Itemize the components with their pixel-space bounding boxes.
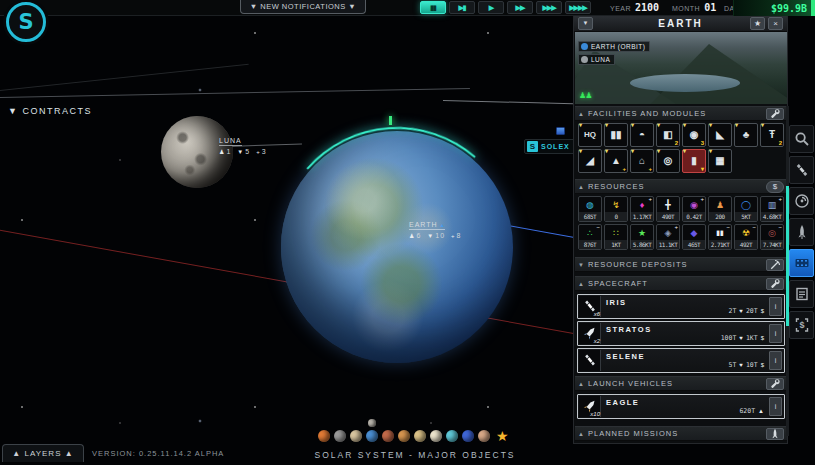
- facility-hq[interactable]: HQ: [578, 123, 602, 147]
- resource-fuel[interactable]: ♦+1.17KT: [630, 196, 654, 222]
- panel-dropdown-button[interactable]: ▼: [578, 17, 593, 30]
- layers-button[interactable]: ▲ LAYERS ▲: [2, 444, 84, 462]
- location-chip-luna[interactable]: LUNA: [578, 54, 615, 65]
- launch-vehicle-list: x10 EAGLE 620T▲ i: [577, 394, 785, 421]
- details-button[interactable]: i: [769, 351, 782, 370]
- resource-power[interactable]: ↯0: [604, 196, 628, 222]
- money-display[interactable]: $99.9B: [733, 0, 815, 16]
- finance-tool-button[interactable]: $: [789, 311, 814, 339]
- resource-specialists[interactable]: ▮▮−2.71KT: [708, 224, 732, 250]
- resource-panels[interactable]: ▥+4.68KT: [760, 196, 784, 222]
- section-launch-vehicles[interactable]: ▲ LAUNCH VEHICLES: [575, 376, 787, 391]
- resource-water[interactable]: ◍685T: [578, 196, 602, 222]
- planet-button-1[interactable]: [318, 430, 330, 442]
- faction-logo[interactable]: S: [6, 2, 46, 42]
- facility-turbine[interactable]: ◎: [656, 149, 680, 173]
- facility-pylon[interactable]: Ŧ2: [760, 123, 784, 147]
- notifications-button[interactable]: ▼ NEW NOTIFICATIONS ▼: [240, 0, 366, 14]
- earth-label[interactable]: EARTH ▴ ♟6 ▼10 +8: [409, 221, 461, 239]
- facility-solar[interactable]: ◧2: [656, 123, 680, 147]
- solex-station-icon[interactable]: [556, 127, 565, 135]
- planet-button-11[interactable]: [478, 430, 490, 442]
- play-button[interactable]: ▶: [478, 1, 504, 14]
- close-button[interactable]: ×: [768, 17, 783, 30]
- facility-reactor-alert[interactable]: ▮▾: [682, 149, 706, 173]
- search-tool-button[interactable]: [789, 125, 814, 153]
- planet-button-9[interactable]: [446, 430, 458, 442]
- market-button[interactable]: $: [766, 181, 784, 193]
- launch-tool-button[interactable]: [789, 218, 814, 246]
- planet-button-3[interactable]: [350, 430, 362, 442]
- step-button[interactable]: ▶▮: [449, 1, 475, 14]
- payload-icon: ▲: [758, 408, 764, 414]
- faster-button[interactable]: ▶▶▶: [536, 1, 562, 14]
- star-button[interactable]: ★: [496, 430, 509, 442]
- facility-shelter[interactable]: ⌂+: [630, 149, 654, 173]
- moon-button[interactable]: [368, 419, 376, 427]
- resource-medical[interactable]: ╋490T: [656, 196, 680, 222]
- resource-exotics[interactable]: ◉+0.42T: [682, 196, 706, 222]
- facility-factory[interactable]: ▦: [708, 149, 732, 173]
- design-spacecraft-button[interactable]: [766, 278, 784, 290]
- resource-population[interactable]: ♟200: [708, 196, 732, 222]
- resource-data[interactable]: ◯5KT: [734, 196, 758, 222]
- resource-chemicals[interactable]: ∷1KT: [604, 224, 628, 250]
- spacecraft-row-stratos[interactable]: x2 STRATOS 100T♥1KT$ i: [577, 321, 785, 346]
- section-resource-deposits[interactable]: ▼ RESOURCE DEPOSITS: [575, 257, 787, 272]
- reports-tool-button[interactable]: [789, 280, 814, 308]
- build-button[interactable]: [766, 108, 784, 120]
- time-controls: ▮▮ ▶▮ ▶ ▶▶ ▶▶▶ ▶▶▶▶: [420, 1, 591, 14]
- cost-icon: $: [761, 362, 764, 368]
- details-button[interactable]: i: [769, 297, 782, 316]
- spacecraft-tool-button[interactable]: [789, 156, 814, 184]
- facility-crane[interactable]: ◣: [708, 123, 732, 147]
- luna-label[interactable]: LUNA ♟1 ▼5 +3: [219, 137, 267, 155]
- planet-button-8[interactable]: [430, 430, 442, 442]
- design-launch-vehicle-button[interactable]: [766, 378, 784, 390]
- facility-farm[interactable]: ♣: [734, 123, 758, 147]
- population-icon: ♟♟: [579, 91, 591, 100]
- orbits-tool-button[interactable]: [789, 187, 814, 215]
- resource-crystals[interactable]: ◆465T: [682, 224, 706, 250]
- details-button[interactable]: i: [769, 397, 782, 416]
- pause-button[interactable]: ▮▮: [420, 1, 446, 14]
- planet-button-earth[interactable]: [366, 430, 378, 442]
- timeline-tool-button[interactable]: [789, 249, 814, 277]
- planet-button-6[interactable]: [398, 430, 410, 442]
- facility-habitat[interactable]: ▮▮: [604, 123, 628, 147]
- contracts-toggle[interactable]: ▼ CONTRACTS: [8, 106, 92, 116]
- survey-button[interactable]: [766, 259, 784, 271]
- planet-button-5[interactable]: [382, 430, 394, 442]
- facility-water[interactable]: ◉3: [682, 123, 706, 147]
- facility-ramp[interactable]: ◢: [578, 149, 602, 173]
- section-facilities[interactable]: ▲ FACILITIES AND MODULES: [575, 106, 787, 121]
- section-spacecraft[interactable]: ▲ SPACECRAFT: [575, 276, 787, 291]
- facility-storage[interactable]: ◓: [630, 123, 654, 147]
- new-mission-button[interactable]: [766, 428, 784, 440]
- solex-logo: S: [527, 141, 538, 152]
- resource-radioactives[interactable]: ☢−492T: [734, 224, 758, 250]
- favorite-button[interactable]: ★: [750, 17, 765, 30]
- planet-button-2[interactable]: [334, 430, 346, 442]
- spacecraft-row-iris[interactable]: x6 IRIS 2T♥20T$ i: [577, 294, 785, 319]
- facility-mine[interactable]: ▲+: [604, 149, 628, 173]
- orbit-disc-icon: [794, 193, 810, 209]
- details-button[interactable]: i: [769, 324, 782, 343]
- spacecraft-row-selene[interactable]: SELENE 5T♥10T$ i: [577, 348, 785, 373]
- planet-button-7[interactable]: [414, 430, 426, 442]
- planet-button-10[interactable]: [462, 430, 474, 442]
- section-planned-missions[interactable]: ▲ PLANNED MISSIONS: [575, 426, 787, 441]
- location-chip-earth-orbit[interactable]: EARTH (ORBIT): [578, 41, 650, 52]
- fastest-button[interactable]: ▶▶▶▶: [565, 1, 591, 14]
- launch-vehicle-row-eagle[interactable]: x10 EAGLE 620T▲ i: [577, 394, 785, 419]
- luna-stats: ♟1 ▼5 +3: [219, 148, 267, 155]
- section-resources[interactable]: ▲ RESOURCES $: [575, 179, 787, 194]
- resource-alloys[interactable]: ◎−7.74KT: [760, 224, 784, 250]
- resource-organics[interactable]: ∴−876T: [578, 224, 602, 250]
- satellite-icon: [579, 350, 601, 371]
- resource-volatiles[interactable]: ★5.86KT: [630, 224, 654, 250]
- resource-metals[interactable]: ◈+11.1KT: [656, 224, 680, 250]
- solex-badge[interactable]: S SOLEX: [524, 139, 576, 154]
- fast-button[interactable]: ▶▶: [507, 1, 533, 14]
- month-display: MONTH01: [672, 2, 716, 13]
